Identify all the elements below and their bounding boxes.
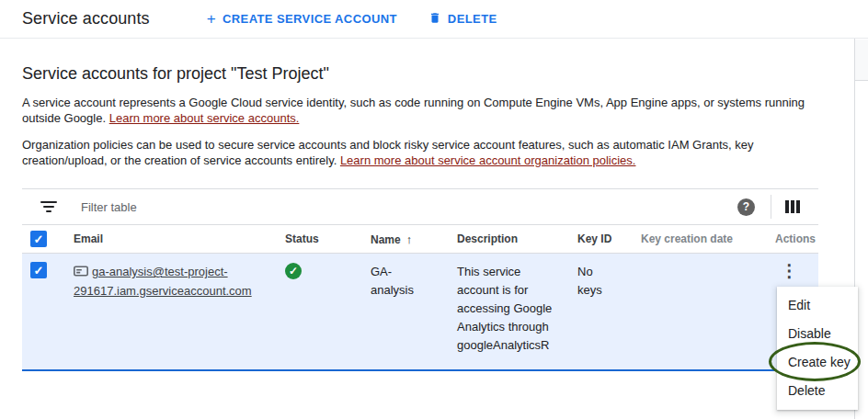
column-display-options-icon[interactable]	[785, 200, 800, 213]
delete-button[interactable]: DELETE	[428, 11, 497, 28]
service-account-email-link[interactable]: ga-analysis@test-project-291617.iam.gser…	[74, 265, 252, 298]
filter-bar-divider	[771, 195, 771, 219]
top-action-bar: Service accounts + CREATE SERVICE ACCOUN…	[0, 0, 868, 39]
help-icon[interactable]: ?	[737, 198, 755, 216]
row-checkbox[interactable]: ✓	[30, 262, 47, 278]
menu-item-create-key[interactable]: Create key	[777, 348, 858, 377]
key-id-cell: No keys	[577, 254, 641, 300]
table-row[interactable]: ✓ ga-analysis@test-project-291617.iam.gs…	[22, 254, 818, 371]
learn-more-service-accounts-link[interactable]: Learn more about service accounts.	[109, 111, 300, 125]
service-accounts-table: ? ✓ Email Status Name↑ Description Key I…	[22, 188, 818, 371]
column-header-description[interactable]: Description	[457, 232, 577, 245]
menu-item-delete[interactable]: Delete	[777, 377, 858, 405]
column-header-status[interactable]: Status	[285, 232, 371, 245]
select-all-checkbox[interactable]: ✓	[30, 231, 47, 247]
table-filter-bar: ?	[22, 188, 818, 225]
key-creation-date-cell	[641, 254, 775, 263]
row-actions-context-menu: Edit Disable Create key Delete	[777, 287, 858, 410]
menu-item-edit[interactable]: Edit	[777, 291, 858, 320]
service-account-name: GA-analysis	[371, 254, 457, 300]
plus-icon: +	[207, 11, 216, 27]
filter-icon	[40, 201, 57, 212]
delete-label: DELETE	[448, 12, 497, 26]
create-service-account-label: CREATE SERVICE ACCOUNT	[223, 12, 397, 26]
filter-table-input[interactable]	[79, 199, 737, 215]
sort-ascending-icon: ↑	[406, 232, 413, 246]
status-active-icon: ✓	[285, 263, 302, 279]
page-title: Service accounts	[22, 9, 150, 28]
learn-more-org-policies-link[interactable]: Learn more about service account organiz…	[340, 153, 636, 167]
intro-paragraph: A service account represents a Google Cl…	[22, 95, 839, 126]
column-header-key-id[interactable]: Key ID	[577, 232, 641, 245]
menu-item-disable[interactable]: Disable	[777, 320, 858, 348]
table-header-row: ✓ Email Status Name↑ Description Key ID …	[22, 225, 818, 254]
column-header-name[interactable]: Name↑	[371, 232, 457, 246]
service-account-badge-icon	[74, 264, 88, 282]
org-policies-paragraph: Organization policies can be used to sec…	[22, 137, 839, 168]
column-header-key-creation-date[interactable]: Key creation date	[641, 232, 775, 245]
trash-icon	[428, 11, 441, 28]
service-account-description: This service account is for accessing Go…	[457, 254, 577, 355]
main-content: Service accounts for project "Test Proje…	[0, 64, 868, 371]
create-service-account-button[interactable]: + CREATE SERVICE ACCOUNT	[207, 11, 397, 27]
row-actions-more-icon[interactable]: ⋮	[775, 261, 798, 280]
column-header-email[interactable]: Email	[74, 232, 285, 245]
right-panel-strip	[855, 40, 868, 81]
column-header-actions: Actions	[775, 232, 818, 245]
section-heading: Service accounts for project "Test Proje…	[22, 64, 846, 84]
